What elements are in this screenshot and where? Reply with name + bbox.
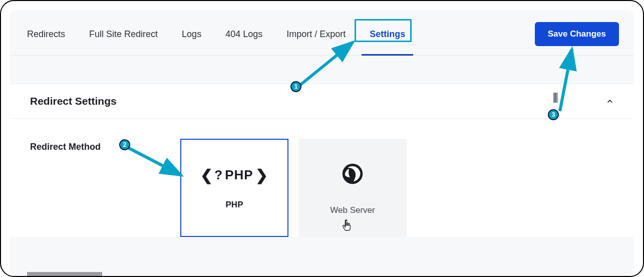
- tab-full-site-redirect[interactable]: Full Site Redirect: [87, 26, 160, 43]
- panel-header[interactable]: Redirect Settings: [10, 84, 634, 119]
- tab-settings[interactable]: Settings: [368, 26, 407, 43]
- tab-import-export[interactable]: Import / Export: [284, 26, 348, 43]
- tab-redirects[interactable]: Redirects: [25, 26, 67, 43]
- method-card-php-label: PHP: [226, 200, 243, 210]
- redirect-settings-panel: Redirect Settings Redirect Method ❮? PHP…: [10, 84, 634, 237]
- method-card-web-server[interactable]: Web Server: [298, 139, 407, 237]
- panel-body: Redirect Method ❮? PHP ❯ PHP: [10, 119, 634, 237]
- topbar: Redirects Full Site Redirect Logs 404 Lo…: [10, 10, 634, 56]
- php-code-icon: ❮? PHP ❯: [200, 166, 268, 184]
- panel-title: Redirect Settings: [30, 95, 117, 107]
- app-frame: Redirects Full Site Redirect Logs 404 Lo…: [0, 0, 644, 277]
- tab-404-logs[interactable]: 404 Logs: [223, 26, 264, 43]
- php-icon-text: PHP: [225, 167, 253, 183]
- method-card-php[interactable]: ❮? PHP ❯ PHP: [180, 139, 288, 237]
- tab-logs[interactable]: Logs: [180, 26, 203, 43]
- save-changes-button[interactable]: Save Changes: [535, 22, 619, 46]
- redirect-method-label: Redirect Method: [30, 139, 165, 237]
- bottom-edge-strip: [27, 272, 102, 276]
- method-card-web-server-label: Web Server: [330, 205, 375, 215]
- chevron-up-icon: [606, 97, 614, 105]
- app-inner: Redirects Full Site Redirect Logs 404 Lo…: [10, 10, 634, 276]
- globe-icon: [339, 160, 366, 189]
- tab-list: Redirects Full Site Redirect Logs 404 Lo…: [25, 26, 407, 43]
- method-cards: ❮? PHP ❯ PHP: [180, 139, 407, 237]
